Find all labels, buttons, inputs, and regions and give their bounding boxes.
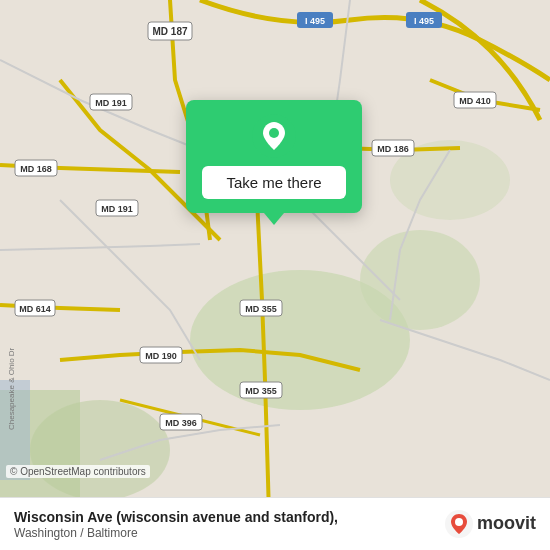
svg-text:MD 186: MD 186 <box>377 144 409 154</box>
svg-text:MD 190: MD 190 <box>145 351 177 361</box>
svg-text:MD 187: MD 187 <box>152 26 187 37</box>
location-subtitle: Washington / Baltimore <box>14 526 445 540</box>
take-me-there-button[interactable]: Take me there <box>202 166 346 199</box>
location-title: Wisconsin Ave (wisconsin avenue and stan… <box>14 508 445 526</box>
map-attribution: © OpenStreetMap contributors <box>6 465 150 478</box>
svg-text:MD 168: MD 168 <box>20 164 52 174</box>
svg-text:MD 614: MD 614 <box>19 304 51 314</box>
map-container: MD 187 I 495 I 495 MD 191 MD 186 MD 168 … <box>0 0 550 550</box>
svg-text:Chesapeake & Ohio Dr: Chesapeake & Ohio Dr <box>7 347 16 430</box>
moovit-text: moovit <box>477 513 536 534</box>
moovit-logo: moovit <box>445 510 536 538</box>
svg-point-35 <box>269 128 279 138</box>
svg-point-4 <box>30 400 170 500</box>
svg-text:I 495: I 495 <box>414 16 434 26</box>
svg-text:MD 355: MD 355 <box>245 304 277 314</box>
location-info: Wisconsin Ave (wisconsin avenue and stan… <box>14 508 445 540</box>
popup-pointer <box>264 213 284 225</box>
popup-card[interactable]: Take me there <box>186 100 362 213</box>
attribution-text: © OpenStreetMap contributors <box>10 466 146 477</box>
location-pin-icon <box>252 114 296 158</box>
moovit-pin-icon <box>445 510 473 538</box>
svg-text:MD 355: MD 355 <box>245 386 277 396</box>
bottom-bar: Wisconsin Ave (wisconsin avenue and stan… <box>0 497 550 550</box>
svg-text:MD 191: MD 191 <box>95 98 127 108</box>
svg-point-2 <box>360 230 480 330</box>
svg-point-37 <box>455 518 463 526</box>
svg-text:I 495: I 495 <box>305 16 325 26</box>
svg-text:MD 410: MD 410 <box>459 96 491 106</box>
svg-text:MD 396: MD 396 <box>165 418 197 428</box>
svg-text:MD 191: MD 191 <box>101 204 133 214</box>
